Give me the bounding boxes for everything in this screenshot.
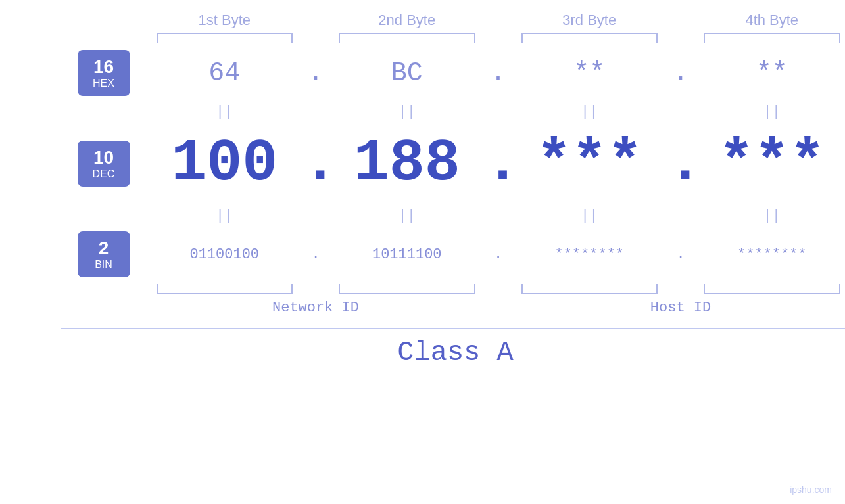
eq-1-4: || [694,104,845,120]
bottom-bracket-host-1 [521,284,658,294]
bottom-brackets [61,284,846,294]
network-id-label: Network ID [147,300,485,316]
eq-2-2: || [329,208,485,224]
top-bracket-4 [704,33,840,43]
top-bracket-3 [521,33,658,43]
dec-badge-num: 10 [93,147,114,168]
bin-dot-1: . [302,246,329,263]
bin-val-4: ******** [694,246,845,263]
hex-badge-num: 16 [93,57,114,78]
sep-space-3 [667,12,694,29]
byte-header-2: 2nd Byte [329,12,485,29]
bottom-bracket-network-2 [339,284,475,294]
dec-dot-1: . [302,134,329,193]
byte-header-1: 1st Byte [147,12,303,29]
top-bracket-1 [157,33,293,43]
main-container: 1st Byte 2nd Byte 3rd Byte 4th Byte 16 H… [0,0,845,504]
byte-header-3: 3rd Byte [512,12,668,29]
bin-badge-name: BIN [95,259,112,271]
spacer-left [61,12,147,29]
watermark: ipshu.com [790,484,832,495]
byte-header-4: 4th Byte [694,12,845,29]
bin-badge: 2 BIN [78,231,130,277]
hex-val-1: 64 [147,58,303,88]
bin-dot-2: . [485,246,512,263]
bin-val-3: ******** [512,246,668,263]
dec-val-2: 188 [329,134,485,193]
eq-1-1: || [147,104,303,120]
top-bracket-2 [339,33,475,43]
eq-2-3: || [512,208,668,224]
bottom-bracket-host-2 [704,284,840,294]
dec-val-4: *** [694,134,845,193]
hex-dot-3: . [667,58,694,88]
hex-val-3: ** [512,58,668,88]
dec-dot-2: . [485,134,512,193]
dec-row: 10 DEC 100 . 188 . *** . *** [61,124,846,203]
eq-1-3: || [512,104,668,120]
id-labels-row: Network ID Host ID [61,300,846,316]
dec-dot-3: . [667,134,694,193]
hex-val-2: BC [329,58,485,88]
sep-space-2 [485,12,512,29]
class-row: Class A [61,328,846,369]
bin-val-2: 10111100 [329,246,485,263]
host-id-label: Host ID [512,300,846,316]
dec-val-3: *** [512,134,668,193]
eq-2-1: || [147,208,303,224]
bin-badge-num: 2 [99,238,109,259]
hex-row: 16 HEX 64 . BC . ** . ** [61,47,846,99]
hex-dot-2: . [485,58,512,88]
hex-dot-1: . [302,58,329,88]
bin-val-1: 01100100 [147,246,303,263]
class-label: Class A [397,337,513,369]
bottom-bracket-network-1 [157,284,293,294]
eq-row-2: || || || || [61,203,846,228]
hex-badge-name: HEX [93,78,114,89]
eq-row-1: || || || || [61,99,846,124]
eq-2-4: || [694,208,845,224]
header-area: 1st Byte 2nd Byte 3rd Byte 4th Byte [61,12,846,29]
dec-badge: 10 DEC [78,141,130,187]
bin-row: 2 BIN 01100100 . 10111100 . ******** . *… [61,228,846,281]
bin-dot-3: . [667,246,694,263]
eq-1-2: || [329,104,485,120]
top-brackets [61,33,846,43]
hex-val-4: ** [694,58,845,88]
dec-badge-name: DEC [93,168,115,180]
sep-space-1 [302,12,329,29]
hex-badge: 16 HEX [78,50,130,96]
dec-val-1: 100 [147,134,303,193]
